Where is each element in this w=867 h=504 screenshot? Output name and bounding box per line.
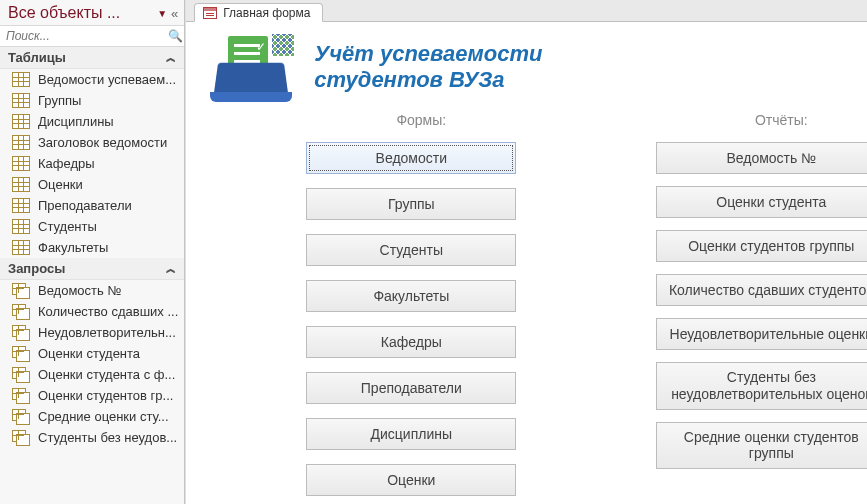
- nav-item-label: Преподаватели: [38, 198, 132, 213]
- nav-item[interactable]: Факультеты: [0, 237, 184, 258]
- navigation-pane: Все объекты ... ▼ « 🔍 Таблицы︽Ведомости …: [0, 0, 185, 504]
- search-icon[interactable]: 🔍: [166, 29, 184, 43]
- nav-item[interactable]: Студенты: [0, 216, 184, 237]
- nav-group-Запросы[interactable]: Запросы︽: [0, 258, 184, 280]
- form-button[interactable]: Факультеты: [306, 280, 516, 312]
- form-button[interactable]: Студенты: [306, 234, 516, 266]
- nav-item-label: Ведомость №: [38, 283, 121, 298]
- nav-item[interactable]: Группы: [0, 90, 184, 111]
- nav-item-label: Оценки студента: [38, 346, 140, 361]
- report-button[interactable]: Студенты без неудовлетворительных оценок: [656, 362, 867, 410]
- table-icon: [12, 219, 30, 234]
- button-columns: Формы: ВедомостиГруппыСтудентыФакультеты…: [206, 112, 867, 504]
- search-input[interactable]: [0, 26, 166, 46]
- table-icon: [12, 135, 30, 150]
- report-button[interactable]: Оценки студентов группы: [656, 230, 867, 262]
- form-button[interactable]: Ведомости: [306, 142, 516, 174]
- chevron-up-icon: ︽: [166, 262, 176, 276]
- nav-group-Таблицы[interactable]: Таблицы︽: [0, 47, 184, 69]
- search-row: 🔍: [0, 26, 184, 47]
- nav-item-label: Средние оценки сту...: [38, 409, 169, 424]
- nav-item-label: Дисциплины: [38, 114, 114, 129]
- table-icon: [12, 177, 30, 192]
- table-icon: [12, 198, 30, 213]
- chevron-up-icon: ︽: [166, 51, 176, 65]
- nav-item-label: Неудовлетворительн...: [38, 325, 176, 340]
- nav-item[interactable]: Неудовлетворительн...: [0, 322, 184, 343]
- form-header: Учёт успеваемости студентов ВУЗа: [206, 32, 867, 102]
- nav-item-label: Студенты: [38, 219, 97, 234]
- table-icon: [12, 93, 30, 108]
- report-button[interactable]: Ведомость №: [656, 142, 867, 174]
- forms-heading: Формы:: [396, 112, 446, 128]
- app-logo: [206, 32, 296, 102]
- dropdown-icon[interactable]: ▼: [153, 8, 171, 19]
- nav-list: Таблицы︽Ведомости успеваем...ГруппыДисци…: [0, 47, 184, 448]
- nav-item[interactable]: Средние оценки сту...: [0, 406, 184, 427]
- nav-title: Все объекты ...: [8, 4, 153, 22]
- table-icon: [12, 156, 30, 171]
- query-icon: [12, 304, 30, 319]
- query-icon: [12, 367, 30, 382]
- nav-item[interactable]: Ведомости успеваем...: [0, 69, 184, 90]
- nav-item-label: Заголовок ведомости: [38, 135, 167, 150]
- form-button[interactable]: Преподаватели: [306, 372, 516, 404]
- nav-item[interactable]: Преподаватели: [0, 195, 184, 216]
- table-icon: [12, 240, 30, 255]
- query-icon: [12, 430, 30, 445]
- nav-item[interactable]: Ведомость №: [0, 280, 184, 301]
- tab-bar: Главная форма: [186, 0, 867, 22]
- collapse-pane-icon[interactable]: «: [171, 6, 178, 21]
- tab-label: Главная форма: [223, 6, 310, 20]
- page-title: Учёт успеваемости студентов ВУЗа: [314, 41, 608, 93]
- form-button[interactable]: Дисциплины: [306, 418, 516, 450]
- nav-item[interactable]: Оценки студента с ф...: [0, 364, 184, 385]
- nav-item-label: Кафедры: [38, 156, 95, 171]
- query-icon: [12, 325, 30, 340]
- nav-item[interactable]: Количество сдавших ...: [0, 301, 184, 322]
- report-button[interactable]: Средние оценки студентов группы: [656, 422, 867, 470]
- form-body: Учёт успеваемости студентов ВУЗа Формы: …: [186, 22, 867, 504]
- report-button[interactable]: Оценки студента: [656, 186, 867, 218]
- nav-item-label: Оценки студентов гр...: [38, 388, 173, 403]
- query-icon: [12, 346, 30, 361]
- table-icon: [12, 72, 30, 87]
- nav-item[interactable]: Оценки студентов гр...: [0, 385, 184, 406]
- query-icon: [12, 388, 30, 403]
- nav-item[interactable]: Студенты без неудов...: [0, 427, 184, 448]
- nav-item-label: Студенты без неудов...: [38, 430, 177, 445]
- nav-item[interactable]: Оценки: [0, 174, 184, 195]
- query-icon: [12, 283, 30, 298]
- form-button[interactable]: Группы: [306, 188, 516, 220]
- nav-item-label: Количество сдавших ...: [38, 304, 178, 319]
- nav-item-label: Оценки студента с ф...: [38, 367, 175, 382]
- reports-column: Отчёты: Ведомость №Оценки студентаОценки…: [656, 112, 867, 504]
- table-icon: [12, 114, 30, 129]
- form-icon: [203, 7, 217, 19]
- nav-item-label: Группы: [38, 93, 81, 108]
- main-area: Главная форма Учёт успеваемости студенто…: [185, 0, 867, 504]
- report-button[interactable]: Количество сдавших студентов: [656, 274, 867, 306]
- nav-item[interactable]: Заголовок ведомости: [0, 132, 184, 153]
- reports-heading: Отчёты:: [755, 112, 808, 128]
- forms-column: Формы: ВедомостиГруппыСтудентыФакультеты…: [306, 112, 536, 504]
- form-button[interactable]: Кафедры: [306, 326, 516, 358]
- nav-header[interactable]: Все объекты ... ▼ «: [0, 0, 184, 26]
- nav-item-label: Факультеты: [38, 240, 108, 255]
- form-button[interactable]: Оценки: [306, 464, 516, 496]
- nav-item[interactable]: Дисциплины: [0, 111, 184, 132]
- nav-item[interactable]: Кафедры: [0, 153, 184, 174]
- nav-item[interactable]: Оценки студента: [0, 343, 184, 364]
- report-button[interactable]: Неудовлетворительные оценки: [656, 318, 867, 350]
- nav-item-label: Ведомости успеваем...: [38, 72, 176, 87]
- tab-main-form[interactable]: Главная форма: [194, 3, 323, 22]
- nav-item-label: Оценки: [38, 177, 83, 192]
- query-icon: [12, 409, 30, 424]
